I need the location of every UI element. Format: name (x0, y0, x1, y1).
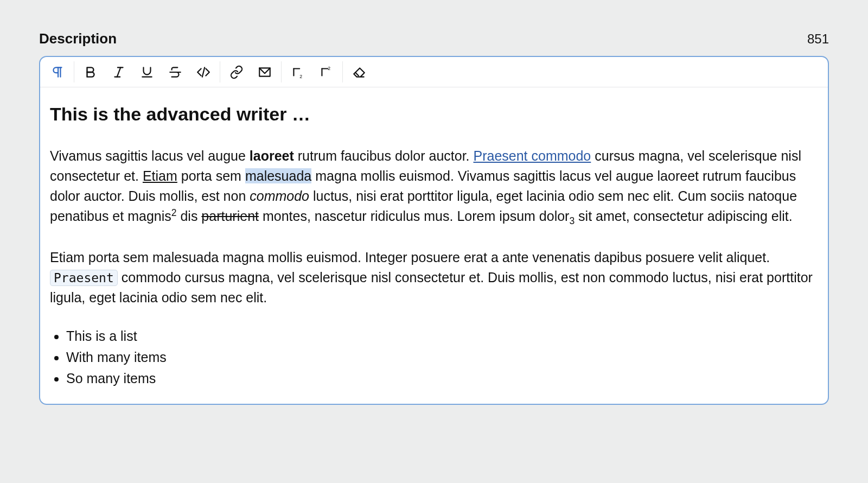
link-icon (229, 65, 244, 79)
svg-line-2 (117, 67, 121, 77)
text: Vivamus sagittis lacus vel augue (50, 148, 250, 163)
bold-icon (84, 65, 98, 79)
toolbar-separator (342, 61, 343, 82)
bold-button[interactable] (76, 57, 105, 87)
svg-text:2: 2 (328, 65, 330, 71)
code-icon (196, 65, 210, 79)
svg-line-5 (202, 67, 205, 77)
eraser-icon (352, 65, 366, 79)
subscript-text: 3 (569, 216, 575, 227)
strikethrough-icon (168, 65, 182, 79)
paragraph-1: Vivamus sagittis lacus vel augue laoreet… (50, 146, 818, 228)
superscript-button[interactable]: 2 (312, 57, 340, 87)
subscript-button[interactable]: 2 (284, 57, 312, 87)
text: montes, nascetur ridiculus mus. Lorem ip… (259, 209, 569, 224)
underline-icon (140, 65, 154, 79)
list-item: With many items (66, 347, 818, 367)
list-item: This is a list (66, 326, 818, 346)
pilcrow-icon (50, 65, 65, 79)
underline-button[interactable] (133, 57, 161, 87)
hardbreak-icon (258, 65, 272, 79)
list-item: So many items (66, 368, 818, 389)
bullet-list: This is a list With many items So many i… (66, 326, 818, 389)
text: Etiam porta sem malesuada magna mollis e… (50, 250, 770, 265)
code-button[interactable] (189, 57, 218, 87)
italic-button[interactable] (105, 57, 133, 87)
svg-text:2: 2 (299, 73, 302, 79)
text: rutrum faucibus dolor auctor. (294, 148, 474, 163)
text: sit amet, consectetur adipiscing elit. (575, 209, 793, 224)
clear-formatting-button[interactable] (345, 57, 373, 87)
inline-code: Praesent (50, 270, 118, 286)
highlighted-text: malesuada (245, 168, 311, 183)
hardbreak-button[interactable] (251, 57, 279, 87)
editor-label: Description (39, 30, 117, 47)
paragraph-button[interactable] (43, 57, 72, 87)
superscript-icon: 2 (319, 65, 333, 79)
underline-text: Etiam (143, 168, 177, 183)
text: porta sem (177, 168, 245, 183)
editor-content[interactable]: This is the advanced writer … Vivamus sa… (40, 87, 828, 404)
paragraph-2: Etiam porta sem malesuada magna mollis e… (50, 247, 818, 308)
link-text[interactable]: Praesent commodo (474, 148, 591, 163)
text: commodo cursus magna, vel scelerisque ni… (50, 270, 813, 305)
toolbar-separator (281, 61, 282, 82)
toolbar-separator (74, 61, 74, 82)
text: dis (177, 209, 202, 224)
subscript-icon: 2 (291, 65, 305, 79)
strikethrough-button[interactable] (161, 57, 189, 87)
bold-text: laoreet (250, 148, 294, 163)
editor-heading: This is the advanced writer … (50, 100, 818, 128)
toolbar: 2 2 (40, 57, 828, 87)
toolbar-separator (220, 61, 220, 82)
superscript-text: 2 (171, 207, 177, 218)
strike-text: parturient (201, 209, 259, 224)
rich-text-editor: 2 2 This is the advanced writer … Vivamu… (39, 56, 829, 405)
italic-icon (112, 65, 126, 79)
italic-text: commodo (250, 188, 309, 204)
link-button[interactable] (222, 57, 251, 87)
char-counter: 851 (807, 31, 829, 47)
